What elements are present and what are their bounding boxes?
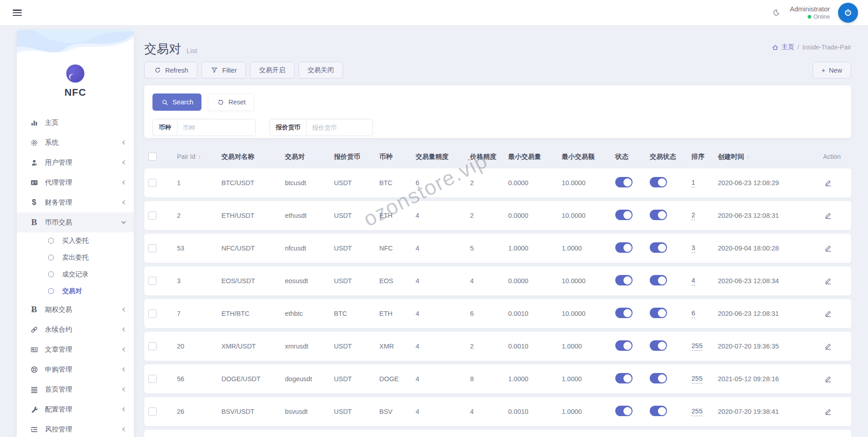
- cell-status: [606, 340, 641, 352]
- cell-trade-status: [641, 242, 682, 254]
- sort-arrow-icon[interactable]: ↑: [747, 153, 750, 160]
- row-checkbox[interactable]: [148, 375, 157, 383]
- breadcrumb-home-label: 主页: [781, 43, 794, 51]
- dark-mode-toggle[interactable]: [770, 7, 782, 19]
- row-checkbox[interactable]: [148, 309, 157, 318]
- status-toggle[interactable]: [615, 406, 633, 416]
- reset-button[interactable]: Reset: [208, 93, 254, 111]
- status-toggle[interactable]: [615, 210, 633, 220]
- sort-editable-value[interactable]: 255: [691, 408, 702, 416]
- breadcrumb-home-link[interactable]: 主页: [771, 43, 794, 51]
- sidebar-item-币币交易[interactable]: B币币交易: [17, 212, 134, 232]
- edit-button[interactable]: [823, 178, 833, 188]
- row-checkbox[interactable]: [148, 179, 157, 187]
- cell-action: [814, 374, 850, 384]
- trade-status-toggle[interactable]: [650, 177, 667, 187]
- sidebar-item-永续合约[interactable]: 永续合约: [17, 319, 134, 339]
- row-checkbox[interactable]: [148, 244, 157, 252]
- sidebar-item-label: 财务管理: [45, 198, 72, 207]
- sidebar-item-label: 买入委托: [62, 236, 88, 245]
- sidebar-item-财务管理[interactable]: $财务管理: [17, 192, 134, 212]
- table-row: 26BSV/USDTbsvusdtUSDTBSV440.00101.000025…: [144, 397, 851, 426]
- sidebar-item-买入委托[interactable]: 买入委托: [17, 232, 134, 249]
- status-toggle[interactable]: [615, 308, 633, 318]
- trade-close-button[interactable]: 交易关闭: [299, 62, 343, 79]
- menu-toggle-icon[interactable]: [13, 10, 22, 16]
- status-toggle[interactable]: [615, 373, 633, 383]
- refresh-icon: [153, 66, 162, 74]
- edit-button[interactable]: [823, 309, 833, 319]
- sidebar-item-期权交易[interactable]: Ƀ期权交易: [17, 300, 134, 319]
- sidebar-item-成交记录[interactable]: 成交记录: [17, 266, 134, 283]
- cell-min-amount: 0.0000: [499, 179, 553, 187]
- sidebar-item-文章管理[interactable]: 文章管理: [17, 339, 134, 359]
- row-checkbox[interactable]: [148, 342, 157, 350]
- status-toggle[interactable]: [615, 242, 633, 253]
- reset-label: Reset: [228, 98, 245, 106]
- trade-status-toggle[interactable]: [650, 373, 667, 383]
- status-toggle[interactable]: [615, 340, 633, 351]
- sidebar-item-主页[interactable]: 主页: [17, 113, 134, 133]
- edit-button[interactable]: [823, 341, 833, 351]
- select-all-checkbox[interactable]: [148, 152, 157, 161]
- sidebar-item-label: 币币交易: [45, 218, 72, 227]
- header-cell-状态: 状态: [606, 152, 641, 161]
- cell-pair-id: 53: [168, 245, 212, 252]
- switch-knob: [623, 178, 632, 187]
- trade-status-toggle[interactable]: [650, 210, 667, 220]
- sort-editable-value[interactable]: 255: [691, 342, 702, 351]
- edit-button[interactable]: [823, 407, 833, 417]
- sort-editable-value[interactable]: 255: [691, 375, 702, 383]
- sidebar-item-交易对[interactable]: 交易对: [17, 283, 134, 300]
- new-button[interactable]: + New: [813, 62, 851, 79]
- status-toggle[interactable]: [615, 275, 633, 285]
- header-cell-Pair Id[interactable]: Pair Id↑: [168, 153, 212, 160]
- cell-amount-precision: 4: [407, 375, 461, 383]
- search-button[interactable]: Search: [152, 93, 201, 111]
- header-cell-创建时间[interactable]: 创建时间↑: [709, 152, 814, 161]
- trade-status-toggle[interactable]: [650, 406, 667, 416]
- header-label: 最小交易额: [562, 152, 595, 161]
- sidebar-item-卖出委托[interactable]: 卖出委托: [17, 249, 134, 266]
- sort-editable-value[interactable]: 4: [691, 277, 695, 285]
- edit-button[interactable]: [823, 374, 833, 384]
- cell-name: ETH/USDT: [212, 212, 276, 219]
- circle-icon: [47, 270, 55, 279]
- sidebar-item-首页管理[interactable]: 首页管理: [17, 379, 134, 399]
- trade-status-toggle[interactable]: [650, 340, 667, 351]
- sidebar-item-系统[interactable]: 系统: [17, 133, 134, 152]
- quote-coin-input[interactable]: [307, 119, 373, 136]
- header-cell-checkbox: [144, 152, 168, 161]
- cell-base-coin: ETH: [370, 212, 407, 219]
- cell-min-amount: 1.0000: [499, 245, 553, 252]
- sidebar-item-风控管理[interactable]: 风控管理: [17, 419, 134, 437]
- trade-status-toggle[interactable]: [650, 242, 667, 253]
- row-checkbox[interactable]: [148, 277, 157, 285]
- chevron-left-icon: [121, 307, 126, 312]
- edit-button[interactable]: [823, 276, 833, 286]
- row-checkbox[interactable]: [148, 211, 157, 220]
- filter-button[interactable]: Filter: [201, 62, 246, 79]
- base-coin-input[interactable]: [177, 119, 255, 136]
- sidebar-item-申购管理[interactable]: 申购管理: [17, 359, 134, 379]
- trade-open-button[interactable]: 交易开启: [250, 62, 294, 79]
- refresh-button[interactable]: Refresh: [144, 62, 197, 79]
- row-checkbox[interactable]: [148, 408, 157, 416]
- sort-editable-value[interactable]: 3: [691, 244, 695, 253]
- sort-editable-value[interactable]: 6: [691, 309, 695, 318]
- cell-status: [606, 242, 641, 254]
- cell-amount-precision: 4: [407, 245, 461, 252]
- sidebar-item-用户管理[interactable]: 用户管理: [17, 152, 134, 172]
- sort-arrow-icon[interactable]: ↑: [198, 153, 201, 160]
- trade-status-toggle[interactable]: [650, 308, 667, 318]
- edit-button[interactable]: [823, 243, 833, 253]
- user-info[interactable]: Administrator Online: [790, 5, 830, 20]
- sort-editable-value[interactable]: 2: [691, 211, 695, 220]
- status-toggle[interactable]: [615, 177, 633, 187]
- edit-button[interactable]: [823, 211, 833, 221]
- sidebar-item-代理管理[interactable]: 代理管理: [17, 172, 134, 192]
- avatar[interactable]: [838, 3, 858, 23]
- sort-editable-value[interactable]: 1: [691, 179, 695, 187]
- sidebar-item-配置管理[interactable]: 配置管理: [17, 399, 134, 419]
- trade-status-toggle[interactable]: [650, 275, 667, 285]
